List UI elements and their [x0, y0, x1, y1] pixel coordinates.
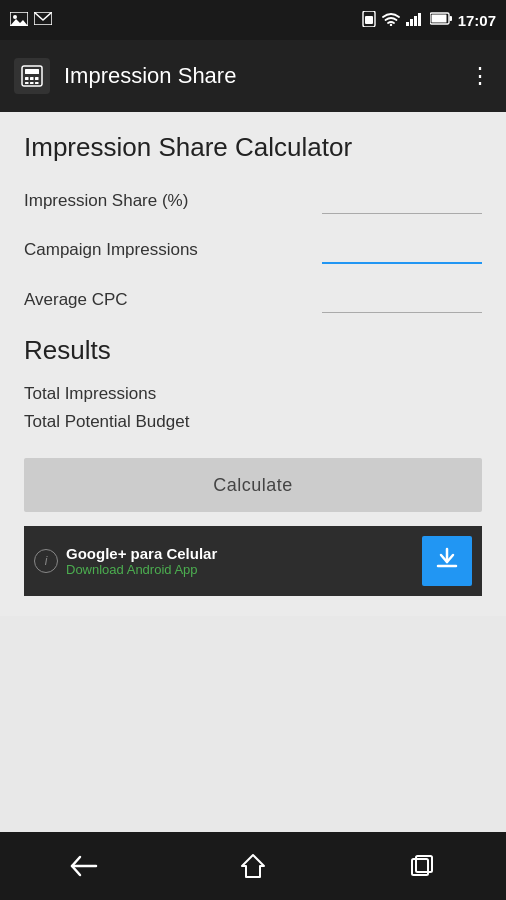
campaign-impressions-label: Campaign Impressions — [24, 240, 198, 260]
picture-icon — [10, 12, 28, 29]
total-impressions-result: Total Impressions — [24, 384, 482, 404]
svg-rect-17 — [30, 77, 34, 80]
svg-rect-21 — [35, 82, 39, 84]
ad-text-block: Google+ para Celular Download Android Ap… — [66, 545, 217, 577]
recents-button[interactable] — [392, 846, 452, 886]
status-bar: 17:07 — [0, 0, 506, 40]
battery-icon — [430, 12, 452, 28]
svg-marker-2 — [10, 19, 28, 26]
results-heading: Results — [24, 335, 482, 366]
svg-rect-7 — [406, 22, 409, 26]
campaign-impressions-row: Campaign Impressions — [24, 236, 482, 264]
average-cpc-input[interactable] — [322, 286, 482, 313]
page-title: Impression Share Calculator — [24, 132, 482, 163]
svg-rect-20 — [30, 82, 34, 84]
impression-share-label: Impression Share (%) — [24, 191, 188, 211]
back-button[interactable] — [54, 846, 114, 886]
status-bar-right: 17:07 — [362, 11, 496, 30]
main-content: Impression Share Calculator Impression S… — [0, 112, 506, 616]
svg-point-6 — [389, 23, 391, 25]
calculate-button-wrap: Calculate — [24, 458, 482, 512]
svg-marker-25 — [242, 855, 264, 877]
calculate-button[interactable]: Calculate — [24, 458, 482, 512]
more-vert-icon[interactable]: ⋮ — [469, 63, 492, 89]
ad-banner: i Google+ para Celular Download Android … — [24, 526, 482, 596]
wifi-icon — [382, 12, 400, 29]
home-button[interactable] — [223, 846, 283, 886]
average-cpc-row: Average CPC — [24, 286, 482, 313]
email-icon — [34, 12, 52, 28]
sim-icon — [362, 11, 376, 30]
calculator-icon — [14, 58, 50, 94]
svg-point-1 — [13, 15, 17, 19]
impression-share-row: Impression Share (%) — [24, 187, 482, 214]
svg-rect-9 — [414, 16, 417, 26]
ad-title: Google+ para Celular — [66, 545, 217, 562]
campaign-impressions-input[interactable] — [322, 236, 482, 264]
svg-rect-19 — [25, 82, 29, 84]
status-bar-left — [10, 12, 52, 29]
bottom-nav — [0, 832, 506, 900]
signal-icon — [406, 12, 424, 29]
svg-rect-12 — [449, 16, 452, 21]
svg-rect-8 — [410, 19, 413, 26]
svg-rect-16 — [25, 77, 29, 80]
ad-subtitle[interactable]: Download Android App — [66, 562, 217, 577]
impression-share-input[interactable] — [322, 187, 482, 214]
svg-rect-5 — [365, 16, 373, 24]
app-bar: Impression Share ⋮ — [0, 40, 506, 112]
average-cpc-label: Average CPC — [24, 290, 128, 310]
total-potential-budget-result: Total Potential Budget — [24, 412, 482, 432]
time-display: 17:07 — [458, 12, 496, 29]
svg-rect-18 — [35, 77, 39, 80]
svg-rect-13 — [431, 15, 446, 23]
app-bar-left: Impression Share — [14, 58, 236, 94]
ad-download-button[interactable] — [422, 536, 472, 586]
ad-info-icon[interactable]: i — [34, 549, 58, 573]
svg-rect-10 — [418, 13, 421, 26]
download-icon — [436, 547, 458, 575]
ad-banner-info: i Google+ para Celular Download Android … — [34, 545, 217, 577]
app-bar-title: Impression Share — [64, 63, 236, 89]
svg-rect-15 — [25, 69, 39, 74]
